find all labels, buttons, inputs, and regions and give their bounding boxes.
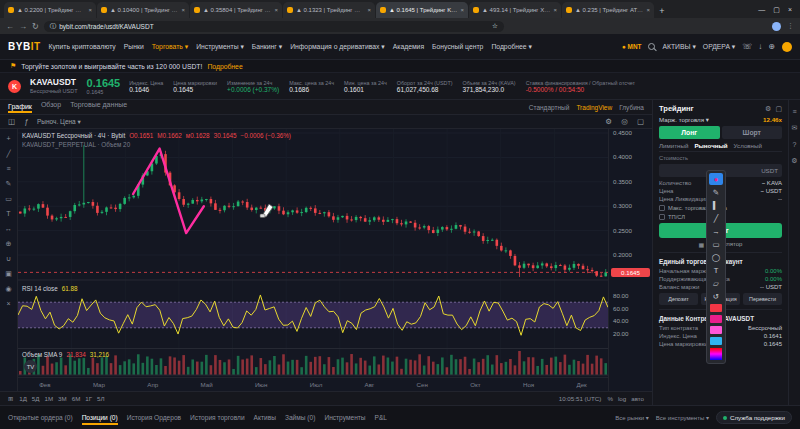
bottom-tab[interactable]: Позиции (0) [82, 410, 118, 425]
support-button[interactable]: Служба поддержки [716, 411, 792, 424]
long-toggle-button[interactable]: Лонг [659, 126, 720, 139]
download-icon[interactable]: ↓ [758, 42, 762, 51]
chart-tab[interactable]: Торговые данные [70, 101, 127, 113]
nav-item[interactable]: Подробнее ▾ [491, 43, 532, 51]
chart-type-tab[interactable]: TradingView [576, 104, 612, 111]
fullscreen-icon[interactable]: ▢ [635, 117, 646, 126]
assets-menu[interactable]: АКТИВЫ ▾ [662, 43, 695, 51]
bottom-tab[interactable]: История торговли [190, 414, 245, 421]
checkbox-icon[interactable] [659, 214, 665, 220]
ruler-tool[interactable]: ↔ [2, 222, 15, 235]
forward-icon[interactable]: → [19, 22, 27, 31]
tab-close-icon[interactable]: × [553, 7, 557, 13]
browser-tab[interactable]: ▲ 0.1323 | Трейдинг MAV× [283, 2, 375, 18]
nav-item[interactable]: Торговать ▾ [152, 43, 188, 51]
tab-close-icon[interactable]: × [367, 7, 371, 13]
message-icon[interactable]: ✉ [792, 124, 798, 132]
bottom-tab[interactable]: Займы (0) [285, 414, 316, 421]
scale-button[interactable]: % [607, 395, 613, 402]
line-tool[interactable]: ╱ [709, 212, 723, 224]
account-action-button[interactable]: Перевести [743, 293, 782, 305]
back-icon[interactable]: ← [6, 22, 14, 31]
settings-icon[interactable]: ⚙ [603, 117, 614, 126]
user-avatar[interactable] [782, 42, 792, 52]
gradient-picker[interactable] [710, 348, 722, 360]
filter-dropdown[interactable]: Все рынки ▾ [615, 414, 649, 421]
order-type-tab[interactable]: Лимитный [659, 142, 688, 149]
maximize-button[interactable]: ▢ [773, 6, 780, 14]
text-tool[interactable]: T [2, 207, 15, 220]
browser-tab[interactable]: ▲ 0.10400 | Трейдинг TRU× [97, 2, 189, 18]
candle-style-icon[interactable]: ◫ [6, 117, 17, 126]
bottom-tab[interactable]: Инструменты [324, 414, 365, 421]
camera-icon[interactable]: ◎ [619, 117, 630, 126]
scale-button[interactable]: log [618, 395, 626, 402]
search-icon[interactable] [648, 43, 655, 50]
nav-item[interactable]: Купить криптовалюту [49, 43, 116, 51]
brush-tool[interactable]: ✎ [2, 177, 15, 190]
eraser-tool[interactable]: ▱ [709, 277, 723, 289]
price-axis[interactable]: 0.45000.40000.35000.30000.25000.200080.0… [608, 129, 652, 391]
margin-mode-dropdown[interactable]: Марж. торговля ▾ [659, 116, 709, 123]
chart-tab[interactable]: Обзор [41, 101, 61, 113]
bookmark-star-icon[interactable]: ☆ [492, 22, 498, 30]
nav-item[interactable]: Инструменты ▾ [196, 43, 244, 51]
crosshair-tool[interactable]: + [2, 132, 15, 145]
color-swatch[interactable] [710, 304, 722, 312]
leverage-value[interactable]: 12.46x [763, 116, 782, 123]
bybit-logo[interactable]: BYBIT [8, 41, 41, 52]
promo-link[interactable]: Подробнее [207, 63, 242, 70]
color-swatch[interactable] [710, 337, 722, 345]
rect-tool[interactable]: ▭ [709, 238, 723, 250]
symbol-block[interactable]: KAVAUSDT Бессрочный USDT [30, 78, 78, 93]
shapes-tool[interactable]: ▭ [2, 192, 15, 205]
pen-tool[interactable]: ✎ [709, 186, 723, 198]
browser-tab[interactable]: ▲ 0.35804 | Трейдинг WLD× [190, 2, 282, 18]
help-icon[interactable]: ? [793, 141, 797, 148]
browser-tab[interactable]: ▲ 0.2200 | Трейдинг WAX× [4, 2, 96, 18]
bottom-tab[interactable]: История Ордеров [127, 414, 181, 421]
tab-close-icon[interactable]: × [181, 7, 185, 13]
arrow-tool[interactable]: → [709, 225, 723, 237]
timeframe-button[interactable]: 6М [72, 395, 81, 402]
calendar-icon[interactable]: ⊞ [8, 395, 13, 402]
filter-dropdown[interactable]: Все инструменты ▾ [656, 414, 709, 421]
ellipse-tool[interactable]: ◯ [709, 251, 723, 263]
clock-utc[interactable]: 10:05:51 (UTC) [559, 395, 602, 402]
tab-close-icon[interactable]: × [274, 7, 278, 13]
color-swatch[interactable] [710, 326, 722, 334]
nav-item[interactable]: Рынки [124, 43, 144, 51]
timeframe-button[interactable]: 5Л [97, 395, 105, 402]
short-toggle-button[interactable]: Шорт [722, 126, 783, 139]
chart-tab[interactable]: График [8, 101, 32, 113]
marker-tool[interactable]: ▍ [709, 199, 723, 211]
timeframe-button[interactable]: 3М [58, 395, 67, 402]
support-icon[interactable]: ☏ [742, 42, 752, 51]
address-bar[interactable]: ⓘ bybit.com/trade/usdt/KAVAUSDT ☆ [44, 21, 504, 32]
panel-settings-icon[interactable]: ⚙ [765, 105, 771, 113]
account-action-button[interactable]: Депозит [659, 293, 698, 305]
timeframe-button[interactable]: 1Д [19, 395, 27, 402]
bottom-tab[interactable]: Открытые ордера (0) [8, 414, 73, 421]
menu-icon[interactable]: ≡ [792, 108, 796, 115]
reload-icon[interactable]: ↻ [32, 22, 39, 31]
tab-close-icon[interactable]: × [646, 7, 650, 13]
fib-retracement-tool[interactable]: ≡ [2, 162, 15, 175]
nav-item[interactable]: Информация о деривативах ▾ [290, 43, 385, 51]
new-tab-button[interactable]: + [655, 4, 669, 18]
text-tool[interactable]: T [709, 264, 723, 276]
undo-tool[interactable]: ↺ [709, 290, 723, 302]
chart-type-tab[interactable]: Глубина [619, 104, 644, 111]
lock-all-tool[interactable]: ▣ [2, 267, 15, 280]
mnt-badge[interactable]: ● MNT [622, 43, 641, 50]
remove-all-tool[interactable]: × [2, 297, 15, 310]
language-icon[interactable]: ⊕ [768, 42, 775, 51]
scale-button[interactable]: авто [631, 395, 644, 402]
bottom-tab[interactable]: Активы [254, 414, 276, 421]
close-button[interactable]: × [788, 6, 792, 14]
trendline-tool[interactable]: ╱ [2, 147, 15, 160]
timeframe-button[interactable]: 1Г [85, 395, 92, 402]
timeframe-button[interactable]: 5Д [32, 395, 40, 402]
browser-tab[interactable]: ▲ 0.1645 | Трейдинг KAVA× [376, 2, 468, 18]
panel-expand-icon[interactable]: ▢ [775, 105, 782, 113]
